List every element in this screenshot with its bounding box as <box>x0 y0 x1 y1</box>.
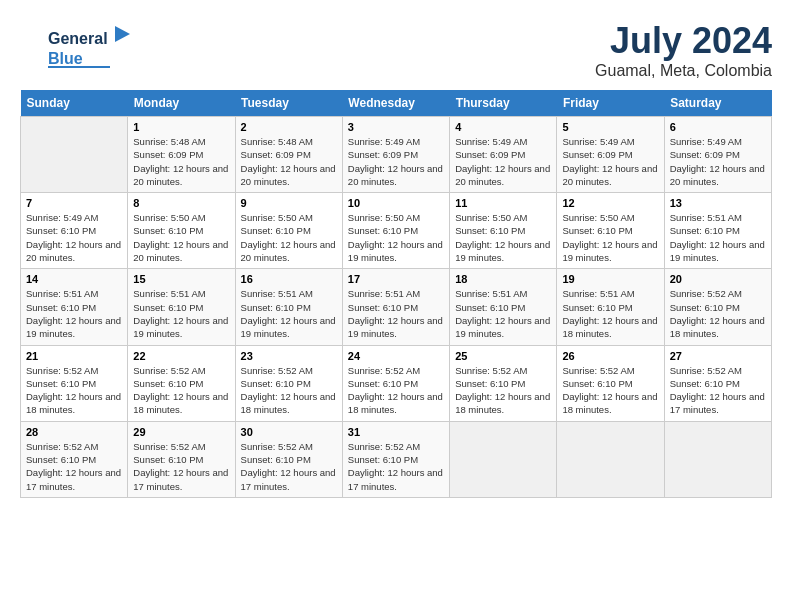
day-number: 23 <box>241 350 337 362</box>
calendar-week-row: 28Sunrise: 5:52 AM Sunset: 6:10 PM Dayli… <box>21 421 772 497</box>
day-info: Sunrise: 5:52 AM Sunset: 6:10 PM Dayligh… <box>455 364 551 417</box>
day-info: Sunrise: 5:51 AM Sunset: 6:10 PM Dayligh… <box>670 211 766 264</box>
logo-svg: General Blue <box>20 20 130 75</box>
day-number: 14 <box>26 273 122 285</box>
day-info: Sunrise: 5:51 AM Sunset: 6:10 PM Dayligh… <box>133 287 229 340</box>
weekday-header: Thursday <box>450 90 557 117</box>
day-number: 10 <box>348 197 444 209</box>
day-number: 8 <box>133 197 229 209</box>
calendar-cell: 13Sunrise: 5:51 AM Sunset: 6:10 PM Dayli… <box>664 193 771 269</box>
calendar-cell: 9Sunrise: 5:50 AM Sunset: 6:10 PM Daylig… <box>235 193 342 269</box>
calendar-cell: 30Sunrise: 5:52 AM Sunset: 6:10 PM Dayli… <box>235 421 342 497</box>
calendar-cell: 14Sunrise: 5:51 AM Sunset: 6:10 PM Dayli… <box>21 269 128 345</box>
day-info: Sunrise: 5:52 AM Sunset: 6:10 PM Dayligh… <box>133 440 229 493</box>
day-number: 18 <box>455 273 551 285</box>
day-number: 13 <box>670 197 766 209</box>
day-info: Sunrise: 5:52 AM Sunset: 6:10 PM Dayligh… <box>670 364 766 417</box>
day-info: Sunrise: 5:50 AM Sunset: 6:10 PM Dayligh… <box>348 211 444 264</box>
day-info: Sunrise: 5:52 AM Sunset: 6:10 PM Dayligh… <box>241 364 337 417</box>
calendar-cell: 20Sunrise: 5:52 AM Sunset: 6:10 PM Dayli… <box>664 269 771 345</box>
weekday-header: Saturday <box>664 90 771 117</box>
calendar-cell: 10Sunrise: 5:50 AM Sunset: 6:10 PM Dayli… <box>342 193 449 269</box>
calendar-cell: 27Sunrise: 5:52 AM Sunset: 6:10 PM Dayli… <box>664 345 771 421</box>
day-number: 24 <box>348 350 444 362</box>
day-number: 2 <box>241 121 337 133</box>
day-info: Sunrise: 5:52 AM Sunset: 6:10 PM Dayligh… <box>241 440 337 493</box>
day-info: Sunrise: 5:51 AM Sunset: 6:10 PM Dayligh… <box>348 287 444 340</box>
calendar-cell: 5Sunrise: 5:49 AM Sunset: 6:09 PM Daylig… <box>557 117 664 193</box>
weekday-header: Monday <box>128 90 235 117</box>
day-info: Sunrise: 5:51 AM Sunset: 6:10 PM Dayligh… <box>455 287 551 340</box>
calendar-cell: 6Sunrise: 5:49 AM Sunset: 6:09 PM Daylig… <box>664 117 771 193</box>
calendar-cell: 24Sunrise: 5:52 AM Sunset: 6:10 PM Dayli… <box>342 345 449 421</box>
calendar-table: SundayMondayTuesdayWednesdayThursdayFrid… <box>20 90 772 498</box>
day-number: 5 <box>562 121 658 133</box>
calendar-cell: 28Sunrise: 5:52 AM Sunset: 6:10 PM Dayli… <box>21 421 128 497</box>
calendar-cell: 25Sunrise: 5:52 AM Sunset: 6:10 PM Dayli… <box>450 345 557 421</box>
calendar-cell: 22Sunrise: 5:52 AM Sunset: 6:10 PM Dayli… <box>128 345 235 421</box>
title-block: July 2024 Guamal, Meta, Colombia <box>595 20 772 80</box>
day-number: 12 <box>562 197 658 209</box>
day-number: 7 <box>26 197 122 209</box>
day-number: 11 <box>455 197 551 209</box>
calendar-cell: 15Sunrise: 5:51 AM Sunset: 6:10 PM Dayli… <box>128 269 235 345</box>
calendar-cell: 19Sunrise: 5:51 AM Sunset: 6:10 PM Dayli… <box>557 269 664 345</box>
day-info: Sunrise: 5:51 AM Sunset: 6:10 PM Dayligh… <box>26 287 122 340</box>
calendar-cell: 12Sunrise: 5:50 AM Sunset: 6:10 PM Dayli… <box>557 193 664 269</box>
day-number: 4 <box>455 121 551 133</box>
day-info: Sunrise: 5:52 AM Sunset: 6:10 PM Dayligh… <box>670 287 766 340</box>
day-number: 26 <box>562 350 658 362</box>
day-info: Sunrise: 5:51 AM Sunset: 6:10 PM Dayligh… <box>562 287 658 340</box>
page-subtitle: Guamal, Meta, Colombia <box>595 62 772 80</box>
weekday-header: Wednesday <box>342 90 449 117</box>
day-number: 27 <box>670 350 766 362</box>
calendar-cell <box>21 117 128 193</box>
calendar-cell: 16Sunrise: 5:51 AM Sunset: 6:10 PM Dayli… <box>235 269 342 345</box>
day-info: Sunrise: 5:51 AM Sunset: 6:10 PM Dayligh… <box>241 287 337 340</box>
day-info: Sunrise: 5:49 AM Sunset: 6:09 PM Dayligh… <box>348 135 444 188</box>
day-info: Sunrise: 5:50 AM Sunset: 6:10 PM Dayligh… <box>241 211 337 264</box>
day-info: Sunrise: 5:52 AM Sunset: 6:10 PM Dayligh… <box>562 364 658 417</box>
logo: General Blue <box>20 20 130 79</box>
day-number: 29 <box>133 426 229 438</box>
day-number: 3 <box>348 121 444 133</box>
day-number: 6 <box>670 121 766 133</box>
day-info: Sunrise: 5:50 AM Sunset: 6:10 PM Dayligh… <box>562 211 658 264</box>
day-info: Sunrise: 5:50 AM Sunset: 6:10 PM Dayligh… <box>133 211 229 264</box>
calendar-week-row: 1Sunrise: 5:48 AM Sunset: 6:09 PM Daylig… <box>21 117 772 193</box>
calendar-cell: 31Sunrise: 5:52 AM Sunset: 6:10 PM Dayli… <box>342 421 449 497</box>
calendar-cell <box>664 421 771 497</box>
calendar-cell <box>557 421 664 497</box>
day-number: 30 <box>241 426 337 438</box>
calendar-cell <box>450 421 557 497</box>
logo-block: General Blue <box>20 20 130 79</box>
day-number: 21 <box>26 350 122 362</box>
day-info: Sunrise: 5:49 AM Sunset: 6:09 PM Dayligh… <box>670 135 766 188</box>
day-info: Sunrise: 5:48 AM Sunset: 6:09 PM Dayligh… <box>133 135 229 188</box>
day-number: 1 <box>133 121 229 133</box>
day-info: Sunrise: 5:49 AM Sunset: 6:09 PM Dayligh… <box>562 135 658 188</box>
page-header: General Blue July 2024 Guamal, Meta, Col… <box>20 20 772 80</box>
weekday-header: Tuesday <box>235 90 342 117</box>
day-number: 15 <box>133 273 229 285</box>
day-info: Sunrise: 5:49 AM Sunset: 6:09 PM Dayligh… <box>455 135 551 188</box>
svg-marker-1 <box>115 26 130 42</box>
calendar-cell: 3Sunrise: 5:49 AM Sunset: 6:09 PM Daylig… <box>342 117 449 193</box>
day-number: 16 <box>241 273 337 285</box>
calendar-cell: 17Sunrise: 5:51 AM Sunset: 6:10 PM Dayli… <box>342 269 449 345</box>
day-info: Sunrise: 5:48 AM Sunset: 6:09 PM Dayligh… <box>241 135 337 188</box>
header-row: SundayMondayTuesdayWednesdayThursdayFrid… <box>21 90 772 117</box>
calendar-cell: 21Sunrise: 5:52 AM Sunset: 6:10 PM Dayli… <box>21 345 128 421</box>
calendar-cell: 1Sunrise: 5:48 AM Sunset: 6:09 PM Daylig… <box>128 117 235 193</box>
calendar-week-row: 21Sunrise: 5:52 AM Sunset: 6:10 PM Dayli… <box>21 345 772 421</box>
day-number: 28 <box>26 426 122 438</box>
calendar-cell: 29Sunrise: 5:52 AM Sunset: 6:10 PM Dayli… <box>128 421 235 497</box>
day-info: Sunrise: 5:52 AM Sunset: 6:10 PM Dayligh… <box>26 440 122 493</box>
day-info: Sunrise: 5:52 AM Sunset: 6:10 PM Dayligh… <box>26 364 122 417</box>
day-number: 25 <box>455 350 551 362</box>
calendar-week-row: 14Sunrise: 5:51 AM Sunset: 6:10 PM Dayli… <box>21 269 772 345</box>
svg-text:General: General <box>48 30 108 47</box>
day-number: 22 <box>133 350 229 362</box>
day-info: Sunrise: 5:52 AM Sunset: 6:10 PM Dayligh… <box>348 440 444 493</box>
day-number: 20 <box>670 273 766 285</box>
